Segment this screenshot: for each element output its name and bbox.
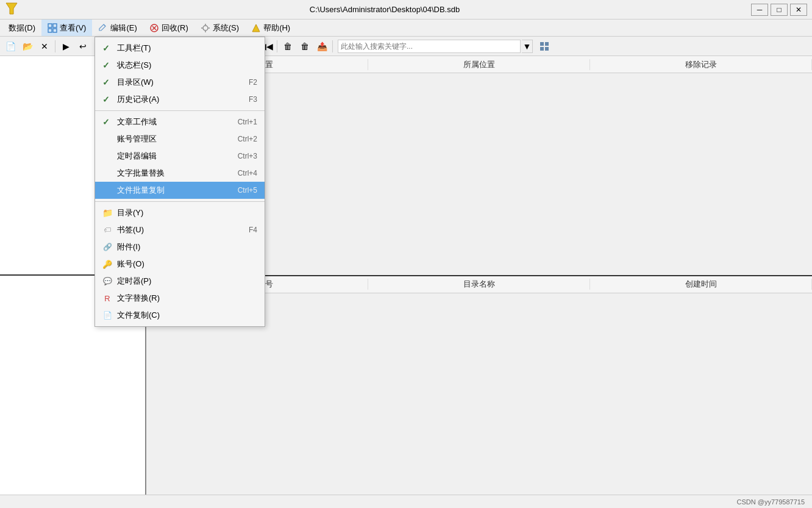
svg-marker-0 bbox=[6, 3, 17, 14]
dropdown-item-timer-edit[interactable]: ✓ 定时器编辑 Ctrl+3 bbox=[95, 148, 265, 165]
dropdown-item-timer[interactable]: 💬 定时器(P) bbox=[95, 273, 265, 290]
app-logo bbox=[5, 2, 18, 17]
dropdown-item-file-copy[interactable]: 📄 文件复制(C) bbox=[95, 307, 265, 324]
dropdown-item-bookmark[interactable]: 🏷 书签(U) F4 bbox=[95, 221, 265, 238]
dropdown-item-history[interactable]: ✓ 历史记录(A) F3 bbox=[95, 91, 265, 108]
toolbar-close-btn[interactable]: ✕ bbox=[37, 39, 52, 54]
toolbar-play-btn[interactable]: ▶ bbox=[58, 39, 74, 54]
toolbar-del1-btn[interactable]: 🗑 bbox=[280, 39, 296, 54]
menu-data[interactable]: 数据(D) bbox=[2, 20, 41, 36]
check-catalog: ✓ bbox=[102, 77, 112, 87]
folder-icon: 📁 bbox=[102, 208, 112, 218]
svg-rect-14 bbox=[545, 47, 549, 51]
link-icon: 🔗 bbox=[102, 242, 112, 252]
close-button[interactable]: ✕ bbox=[790, 4, 807, 16]
dropdown-sep1 bbox=[95, 110, 265, 111]
menu-view[interactable]: 查看(V) bbox=[41, 20, 92, 36]
dropdown-item-article[interactable]: ✓ 文章工作域 Ctrl+1 bbox=[95, 113, 265, 131]
svg-rect-13 bbox=[540, 47, 544, 51]
dropdown-item-text-repl[interactable]: R 文字替换(R) bbox=[95, 290, 265, 307]
dropdown-sep2 bbox=[95, 201, 265, 202]
svg-marker-10 bbox=[252, 24, 260, 32]
dropdown-item-account[interactable]: 🔑 账号(O) bbox=[95, 256, 265, 273]
dropdown-item-attachment[interactable]: 🔗 附件(I) bbox=[95, 238, 265, 256]
status-right: CSDN @yy779587715 bbox=[737, 498, 807, 506]
menu-bar: 数据(D) 查看(V) 编辑(E) 回收(R) 系统(S) bbox=[0, 20, 812, 37]
view-icon bbox=[48, 23, 57, 33]
toolbar-sep1 bbox=[55, 40, 55, 52]
help-icon bbox=[251, 23, 261, 33]
toolbar-new-btn[interactable]: 📄 bbox=[2, 39, 18, 54]
dropdown-item-catalog-y[interactable]: 📁 目录(Y) bbox=[95, 204, 265, 221]
system-icon bbox=[201, 23, 210, 33]
window-title: C:\Users\Administrator\Desktop\04\DB.sdb bbox=[18, 5, 751, 14]
edit-icon bbox=[98, 23, 108, 33]
search-input[interactable] bbox=[338, 40, 521, 53]
check-toolbar: ✓ bbox=[102, 43, 112, 53]
status-bar: CSDN @yy779587715 bbox=[0, 495, 812, 508]
svg-rect-12 bbox=[545, 42, 549, 46]
toolbar-sep5 bbox=[277, 40, 277, 52]
svg-rect-11 bbox=[540, 42, 544, 46]
check-statusbar: ✓ bbox=[102, 60, 112, 70]
svg-rect-4 bbox=[53, 29, 57, 32]
header-catalog-name: 目录名称 bbox=[368, 279, 590, 290]
toolbar-undo-btn[interactable]: ↩ bbox=[75, 39, 91, 54]
dropdown-item-toolbar[interactable]: ✓ 工具栏(T) bbox=[95, 40, 265, 57]
dropdown-item-file-batch-copy[interactable]: ✓ 文件批量复制 Ctrl+5 bbox=[95, 182, 265, 199]
toolbar-grid-btn[interactable] bbox=[536, 39, 552, 54]
svg-point-9 bbox=[203, 26, 208, 30]
dropdown-item-catalog[interactable]: ✓ 目录区(W) F2 bbox=[95, 74, 265, 91]
copy-icon: 📄 bbox=[102, 310, 112, 320]
menu-edit[interactable]: 编辑(E) bbox=[92, 20, 143, 36]
view-dropdown-menu: ✓ 工具栏(T) ✓ 状态栏(S) ✓ 目录区(W) F2 ✓ 历史记录(A) … bbox=[94, 37, 265, 327]
key-icon: 🔑 bbox=[102, 259, 112, 269]
toolbar-sep6 bbox=[332, 40, 333, 52]
dropdown-item-statusbar[interactable]: ✓ 状态栏(S) bbox=[95, 57, 265, 74]
toolbar-open-btn[interactable]: 📂 bbox=[20, 39, 35, 54]
svg-rect-3 bbox=[48, 29, 52, 32]
dropdown-overlay: ✓ 工具栏(T) ✓ 状态栏(S) ✓ 目录区(W) F2 ✓ 历史记录(A) … bbox=[94, 37, 265, 327]
tag-icon: 🏷 bbox=[102, 225, 112, 235]
replace-icon: R bbox=[102, 293, 112, 303]
title-bar: C:\Users\Administrator\Desktop\04\DB.sdb… bbox=[0, 0, 812, 20]
menu-help[interactable]: 帮助(H) bbox=[245, 20, 296, 36]
toolbar-export-btn[interactable]: 📤 bbox=[314, 39, 330, 54]
restore-button[interactable]: □ bbox=[771, 4, 788, 16]
header-belong-pos: 所属位置 bbox=[368, 59, 590, 70]
check-article: ✓ bbox=[102, 117, 112, 127]
search-dropdown-btn[interactable]: ▼ bbox=[522, 40, 533, 53]
menu-system[interactable]: 系统(S) bbox=[194, 20, 245, 36]
check-history: ✓ bbox=[102, 95, 112, 104]
header-create-time: 创建时间 bbox=[590, 279, 812, 290]
toolbar-del2-btn[interactable]: 🗑 bbox=[297, 39, 313, 54]
header-remove-record: 移除记录 bbox=[590, 59, 812, 70]
svg-rect-1 bbox=[48, 24, 52, 27]
dropdown-item-account-manage[interactable]: ✓ 账号管理区 Ctrl+2 bbox=[95, 131, 265, 148]
window-controls: ─ □ ✕ bbox=[751, 4, 807, 16]
svg-line-5 bbox=[104, 24, 105, 26]
minimize-button[interactable]: ─ bbox=[751, 4, 768, 16]
svg-rect-2 bbox=[53, 24, 57, 27]
menu-recycle[interactable]: 回收(R) bbox=[143, 20, 194, 36]
dropdown-item-text-replace[interactable]: ✓ 文字批量替换 Ctrl+4 bbox=[95, 165, 265, 182]
chat-icon: 💬 bbox=[102, 276, 112, 286]
recycle-icon bbox=[149, 23, 159, 33]
